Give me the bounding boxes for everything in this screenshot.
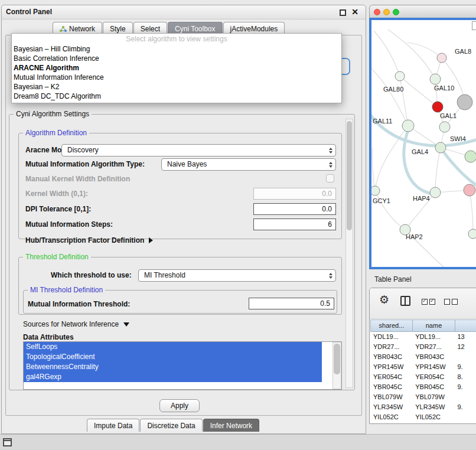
table-row[interactable]: YBL079W YBL079W	[370, 392, 476, 402]
close-panel-icon[interactable]: ✕	[351, 7, 358, 17]
cell-value	[454, 352, 476, 362]
network-node[interactable]	[432, 102, 443, 112]
settings-scrollbar-thumb[interactable]	[347, 121, 352, 230]
tab-infer-network[interactable]: Infer Network	[203, 419, 259, 432]
cell-name: YDL19...	[412, 332, 454, 342]
column-header-shared-name[interactable]: shared...	[370, 319, 413, 332]
network-node[interactable]	[457, 94, 472, 110]
tab-discretize-data[interactable]: Discretize Data	[140, 419, 202, 432]
which-threshold-value: MI Threshold	[144, 271, 185, 279]
manual-kernel-checkbox[interactable]	[326, 174, 334, 182]
network-node[interactable]	[371, 186, 380, 195]
attribute-list-item[interactable]: TopologicalCoefficient	[24, 352, 322, 362]
cell-name: YIL052C	[412, 412, 454, 422]
apply-button[interactable]: Apply	[159, 399, 200, 412]
network-node-label: GAL11	[373, 118, 392, 125]
network-node[interactable]	[402, 120, 414, 132]
network-view-window: GAL8GAL80GAL10GAL11GAL1SWI4GAL4GCY1HAP4H…	[369, 5, 476, 269]
table-row[interactable]: YIL052C YIL052C	[370, 412, 476, 422]
network-canvas[interactable]: GAL8GAL80GAL10GAL11GAL1SWI4GAL4GCY1HAP4H…	[371, 20, 476, 267]
attribute-list-item[interactable]: gal4RGexp	[24, 372, 322, 382]
aracne-mode-select[interactable]: Discovery	[61, 144, 336, 156]
columns-icon[interactable]	[400, 296, 410, 306]
control-panel-window: Control Panel ✕ Network Style Select Cyn…	[1, 5, 366, 434]
threshold-definition-title: Threshold Definition	[23, 253, 91, 261]
dpi-tolerance-label: DPI Tolerance [0,1]:	[25, 205, 91, 213]
network-node[interactable]	[465, 151, 476, 162]
network-graph: GAL8GAL80GAL10GAL11GAL1SWI4GAL4GCY1HAP4H…	[371, 20, 476, 267]
attribute-list-item[interactable]: BetweennessCentrality	[24, 362, 322, 372]
algorithm-option[interactable]: Bayesian – K2	[12, 82, 341, 92]
algorithm-option[interactable]: Mutual Information Inference	[12, 73, 341, 82]
network-node[interactable]	[464, 184, 475, 196]
table-row[interactable]: YLR345W YLR345W 9.	[370, 402, 476, 412]
kernel-width-input[interactable]: 0.0	[253, 188, 336, 200]
cell-name: YBR045C	[412, 382, 454, 392]
attributes-scrollbar-thumb[interactable]	[334, 344, 340, 374]
gear-icon[interactable]: ⚙	[379, 294, 389, 305]
tab-impute-data[interactable]: Impute Data	[87, 419, 139, 432]
mi-steps-input[interactable]: 6	[253, 219, 336, 230]
algorithm-option[interactable]: Basic Correlation Inference	[12, 54, 341, 63]
algorithm-popup-placeholder: Select algorithm to view settings	[12, 34, 341, 44]
mi-type-value: Naive Bayes	[167, 160, 207, 168]
mi-type-select[interactable]: Naive Bayes	[161, 158, 336, 171]
unchecked-box-icon	[444, 299, 450, 305]
algorithm-option[interactable]: Bayesian – Hill Climbing	[12, 44, 341, 54]
restore-panel-icon[interactable]	[3, 438, 12, 446]
mi-threshold-input[interactable]: 0.5	[249, 298, 334, 309]
minimize-window-icon[interactable]	[383, 9, 390, 15]
table-row[interactable]: YBR045C YBR045C 9.	[370, 382, 476, 392]
attribute-list-item[interactable]: SelfLoops	[24, 342, 322, 352]
sources-section-label: Sources for Network Inference	[23, 320, 119, 328]
network-node[interactable]	[395, 71, 405, 81]
panel-title: Control Panel	[6, 8, 52, 16]
table-row[interactable]: YER054C YER054C 8.	[370, 372, 476, 382]
table-toolbar: ⚙	[370, 288, 476, 319]
cell-shared-name: YBL079W	[370, 392, 412, 402]
attributes-scrollbar[interactable]	[332, 342, 341, 389]
network-node[interactable]	[468, 229, 476, 239]
unchecked-box-icon	[452, 299, 458, 305]
tab-label: Network	[69, 25, 95, 33]
select-all-columns-icon[interactable]	[422, 299, 435, 305]
data-attributes-list[interactable]: SelfLoopsTopologicalCoefficientBetweenne…	[23, 341, 342, 390]
algorithm-option[interactable]: ARACNE Algorithm	[12, 63, 341, 73]
which-threshold-label: Which threshold to use:	[51, 271, 132, 279]
dropdown-arrows-icon	[329, 162, 332, 168]
table-row[interactable]: YPR145W YPR145W 9.	[370, 362, 476, 372]
network-node[interactable]	[430, 74, 441, 84]
expand-arrow-icon[interactable]	[149, 237, 153, 243]
cell-shared-name: YDL19...	[370, 332, 412, 342]
canvas-scrollbar-button[interactable]	[472, 21, 476, 30]
cyni-settings-group-title: Cyni Algorithm Settings	[14, 110, 92, 118]
dpi-tolerance-input[interactable]: 0.0	[253, 203, 336, 215]
column-header-partial[interactable]	[455, 319, 476, 332]
zoom-window-icon[interactable]	[393, 9, 399, 15]
network-node[interactable]	[430, 187, 441, 198]
table-row[interactable]: YDR27... YDR27... 12	[370, 342, 476, 352]
network-node[interactable]	[435, 142, 446, 153]
settings-scrollbar[interactable]	[345, 119, 353, 388]
table-panel-title: Table Panel	[374, 275, 412, 283]
table-row[interactable]: YDL19... YDL19... 13	[370, 332, 476, 342]
table-row[interactable]: YBR043C YBR043C	[370, 352, 476, 362]
manual-kernel-label: Manual Kernel Width Definition	[25, 175, 130, 183]
close-window-icon[interactable]	[374, 9, 380, 15]
collapse-arrow-icon[interactable]	[123, 322, 129, 327]
network-window-titlebar[interactable]	[369, 5, 476, 18]
sources-section-header[interactable]: Sources for Network Inference	[23, 320, 129, 328]
control-panel-titlebar[interactable]: Control Panel ✕	[2, 5, 366, 19]
which-threshold-select[interactable]: MI Threshold	[138, 269, 336, 282]
unselect-all-columns-icon[interactable]	[444, 299, 458, 305]
algorithm-option-list: Bayesian – Hill ClimbingBasic Correlatio…	[12, 44, 341, 101]
cell-name: YBR043C	[412, 352, 454, 362]
network-node[interactable]	[439, 122, 450, 132]
column-header-name[interactable]: name	[413, 319, 455, 332]
cell-shared-name: YLR345W	[370, 402, 412, 412]
hub-definition-section[interactable]: Hub/Transcription Factor Definition	[25, 236, 153, 244]
float-panel-icon[interactable]	[340, 9, 346, 16]
network-node-label: GAL4	[412, 148, 428, 155]
algorithm-option[interactable]: Dream8 DC_TDC Algorithm	[12, 92, 341, 101]
network-node[interactable]	[437, 53, 446, 63]
